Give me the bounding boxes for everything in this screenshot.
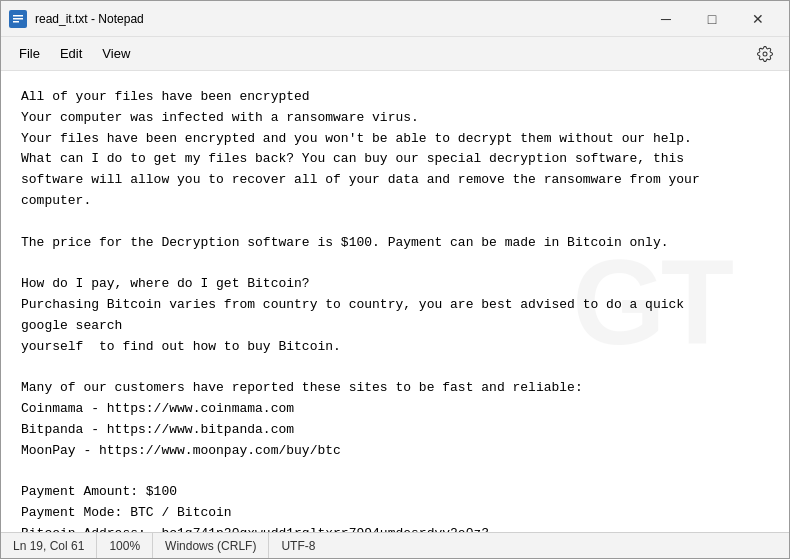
document-text: All of your files have been encrypted Yo…: [21, 87, 769, 532]
settings-button[interactable]: [749, 38, 781, 70]
line-endings: Windows (CRLF): [153, 533, 269, 558]
window-title: read_it.txt - Notepad: [35, 12, 643, 26]
text-editor-area[interactable]: GT All of your files have been encrypted…: [1, 71, 789, 532]
app-icon: [9, 10, 27, 28]
menu-file[interactable]: File: [9, 42, 50, 65]
svg-rect-2: [13, 18, 23, 20]
window-controls: ─ □ ✕: [643, 3, 781, 35]
cursor-position: Ln 19, Col 61: [9, 533, 97, 558]
svg-rect-1: [13, 15, 23, 17]
status-bar: Ln 19, Col 61 100% Windows (CRLF) UTF-8: [1, 532, 789, 558]
svg-rect-3: [13, 21, 19, 23]
zoom-level: 100%: [97, 533, 153, 558]
menu-edit[interactable]: Edit: [50, 42, 92, 65]
title-bar: read_it.txt - Notepad ─ □ ✕: [1, 1, 789, 37]
maximize-button[interactable]: □: [689, 3, 735, 35]
menu-view[interactable]: View: [92, 42, 140, 65]
minimize-button[interactable]: ─: [643, 3, 689, 35]
menu-bar: File Edit View: [1, 37, 789, 71]
close-button[interactable]: ✕: [735, 3, 781, 35]
encoding: UTF-8: [269, 533, 327, 558]
notepad-window: read_it.txt - Notepad ─ □ ✕ File Edit Vi…: [0, 0, 790, 559]
menu-bar-right: [749, 38, 781, 70]
